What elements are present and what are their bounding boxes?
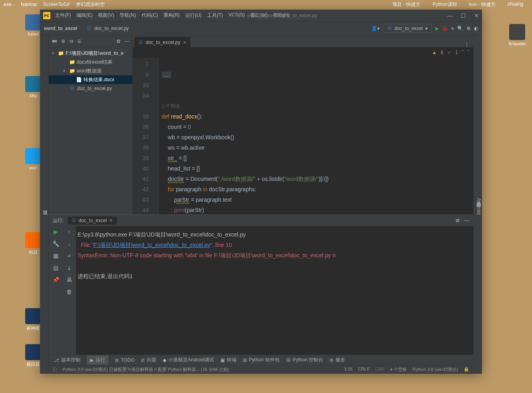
rerun-icon[interactable]: ▶ xyxy=(54,229,58,235)
close-button[interactable]: ✕ xyxy=(474,12,479,19)
menu-navigate[interactable]: 导航(N) xyxy=(120,12,136,19)
folder-icon[interactable]: ■▾ xyxy=(52,38,57,44)
code-text[interactable]: ... 1 个用法def read_docx(): count = 0 wb =… xyxy=(158,58,473,215)
project-tree[interactable]: ▾📁F:\项目\JD项目\word_to_e 📁docx转excel结果 ▾📁w… xyxy=(49,47,132,215)
indent[interactable]: 4 个空格 xyxy=(390,367,407,373)
tree-root[interactable]: ▾📁F:\项目\JD项目\word_to_e xyxy=(49,49,132,58)
tab-python-console[interactable]: ⦿Python 控制台 xyxy=(286,357,324,363)
down-arrow-icon[interactable]: ↓ xyxy=(68,241,71,247)
python-icon: ⦿ xyxy=(72,218,76,223)
tree-file-selected[interactable]: 📄转换结果.docx xyxy=(49,75,132,84)
nox-icon[interactable] xyxy=(25,308,41,324)
minimize-button[interactable]: — xyxy=(447,12,453,19)
inspection-widget[interactable]: ▲6 ✓1 ˆ ˇ xyxy=(133,47,473,58)
layout-icon[interactable]: ▤ xyxy=(53,265,58,271)
left-stripe[interactable]: 项目 xyxy=(40,35,49,374)
run-config-dropdown[interactable]: ⦿ doc_to_excel▾ xyxy=(383,24,432,33)
collapse-icon[interactable]: ⇉ xyxy=(69,38,73,44)
export-icon[interactable]: ⤓ xyxy=(67,265,72,271)
maximize-button[interactable]: ☐ xyxy=(461,12,466,19)
down-icon[interactable]: ˇ xyxy=(468,50,469,55)
status-bar: ☐ Python 3.8 (win32测试) 已被配置为项目解释器 // 配置 … xyxy=(49,365,473,374)
menu-vcs[interactable]: VCS(S) xyxy=(228,12,245,19)
tab-packages[interactable]: ⊞Python 软件包 xyxy=(243,357,280,363)
menu-tools[interactable]: 工具(T) xyxy=(207,12,223,19)
tab-terminal[interactable]: ▣终端 xyxy=(220,357,236,363)
up-icon[interactable]: ˆ xyxy=(462,50,464,55)
tab-problems[interactable]: ⊘问题 xyxy=(141,357,156,363)
gear-icon[interactable]: ✿ xyxy=(456,218,460,223)
xshell-icon[interactable] xyxy=(25,14,41,30)
tree-file[interactable]: ⦿doc_to_excel.py xyxy=(49,84,132,93)
tab-services[interactable]: ⊚服务 xyxy=(330,357,345,363)
run-label: 运行: xyxy=(53,217,64,224)
search-icon[interactable]: 🔍 xyxy=(457,26,463,31)
run-tab[interactable]: ⦿doc_to_excel✕ xyxy=(68,217,117,225)
settings-icon[interactable]: ⚙ xyxy=(466,26,471,31)
terminal-icon: ▣ xyxy=(220,357,225,363)
stop-icon[interactable]: ▦ xyxy=(53,253,58,259)
trash-icon[interactable]: 🗑 xyxy=(66,289,72,295)
play-icon: ▶ xyxy=(90,357,94,363)
more-icon[interactable]: ⋮ xyxy=(464,42,469,47)
services-icon: ⊚ xyxy=(330,357,334,363)
close-tab-icon[interactable]: ✕ xyxy=(183,40,186,45)
gear-icon[interactable]: ✿ xyxy=(116,38,120,44)
run-button[interactable]: ▶ xyxy=(435,26,439,31)
tree-folder[interactable]: ▾📁word数据源 xyxy=(49,66,132,75)
menu-edit[interactable]: 编辑(E) xyxy=(76,12,92,19)
user-icon[interactable]: 👤▾ xyxy=(371,26,380,31)
stop-button[interactable]: ■ xyxy=(451,26,454,31)
locate-icon[interactable]: ⊕ xyxy=(61,38,65,44)
expand-icon[interactable]: ⇊ xyxy=(77,38,81,44)
project-toolbar: ■▾ ⊕ ⇉ ⇊ ✿ — xyxy=(49,35,132,47)
snipaste-icon[interactable] xyxy=(509,24,525,40)
hide-icon[interactable]: — xyxy=(124,38,129,44)
line-sep[interactable]: CRLF xyxy=(358,367,370,373)
breadcrumb[interactable]: word_to_excel 〉 ⦿ doc_to_excel.py xyxy=(44,25,129,32)
debug-button[interactable]: 🐞 xyxy=(442,26,448,31)
taskbar-top: .exe -NavicatScreenToGif梦幻西游时空 项目 - 快捷方P… xyxy=(0,0,532,9)
code-area[interactable]: 783334 35363738394041424344 ... 1 个用法def… xyxy=(133,58,473,215)
editor-tab[interactable]: ⦿ doc_to_excel.py ✕ xyxy=(134,37,190,47)
window-title: word_to_excel - doc_to_excel.py xyxy=(247,13,317,18)
xftp-icon[interactable] xyxy=(25,76,41,92)
tab-vcs[interactable]: ⎇版本控制 xyxy=(54,357,80,363)
wrench-icon[interactable]: 🔧 xyxy=(52,241,59,247)
menu-code[interactable]: 代码(C) xyxy=(142,12,158,19)
twitter-icon[interactable] xyxy=(25,148,41,164)
fold-gutter[interactable] xyxy=(153,58,158,215)
tab-android[interactable]: ◆小派精灵Android调试 xyxy=(163,357,214,363)
android-icon: ◆ xyxy=(163,357,166,363)
wrap-icon[interactable]: ⤶ xyxy=(67,253,72,259)
menu-run[interactable]: 运行(U) xyxy=(185,12,202,19)
python-file-icon: ⦿ xyxy=(87,26,92,31)
sun-icon[interactable] xyxy=(25,232,41,248)
menu-refactor[interactable]: 重构(R) xyxy=(164,12,180,19)
print-icon[interactable]: 🖶 xyxy=(66,277,72,283)
encoding[interactable]: GBK xyxy=(375,367,384,373)
right-stripe[interactable]: 小派精灵Android xyxy=(473,35,482,374)
code-with-me-icon[interactable]: ◐ xyxy=(474,26,478,31)
tab-run[interactable]: ▶运行 xyxy=(87,355,108,365)
pycharm-logo-icon: PC xyxy=(43,12,50,19)
warning-icon: ⊘ xyxy=(141,357,145,363)
title-bar: PC 文件(F) 编辑(E) 视图(V) 导航(N) 代码(C) 重构(R) 运… xyxy=(40,10,482,22)
up-arrow-icon[interactable]: ↑ xyxy=(68,229,71,235)
check-icon: ✓ xyxy=(447,50,451,55)
status-message[interactable]: Python 3.8 (win32测试) 已被配置为项目解释器 // 配置 Py… xyxy=(62,367,229,373)
hide-icon[interactable]: — xyxy=(464,218,469,223)
run-output[interactable]: E:\py3.8\python.exe F:\项目\JD项目\word_to_e… xyxy=(76,226,473,355)
nav-bar: word_to_excel 〉 ⦿ doc_to_excel.py 👤▾ ⦿ d… xyxy=(40,22,482,35)
lock-icon[interactable]: 🔒 xyxy=(464,367,469,373)
menu-view[interactable]: 视图(V) xyxy=(98,12,114,19)
tab-todo[interactable]: ≣TODO xyxy=(115,357,134,363)
tree-folder[interactable]: 📁docx转excel结果 xyxy=(49,58,132,66)
pin-icon[interactable]: 📌 xyxy=(52,277,59,283)
run-toolbar-left: ▶ 🔧 ▦ ▤ 📌 xyxy=(49,226,62,355)
menu-file[interactable]: 文件(F) xyxy=(55,12,71,19)
caret-position[interactable]: 3:16 xyxy=(344,367,352,373)
interpreter[interactable]: Python 3.8 (win32测试) xyxy=(412,367,458,373)
emu-icon[interactable] xyxy=(25,344,41,360)
event-log-icon[interactable]: ☐ xyxy=(53,367,57,372)
